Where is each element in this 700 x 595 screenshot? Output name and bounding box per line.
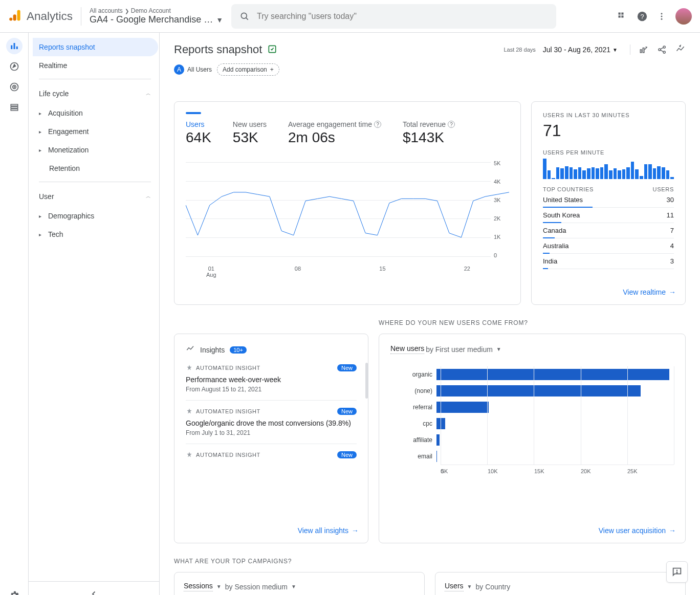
caret-down-icon: ▼: [291, 584, 296, 589]
svg-rect-8: [621, 15, 623, 17]
rail-reports-icon[interactable]: [6, 38, 23, 54]
share-icon[interactable]: [657, 45, 667, 55]
sidebar-item-acquisition[interactable]: ▸Acquisition: [29, 104, 159, 122]
avatar[interactable]: [675, 8, 692, 25]
rail-explore-icon[interactable]: [6, 58, 23, 75]
caret-right-icon: ▸: [39, 147, 43, 153]
metric-avg-engagement[interactable]: Average engagement time ? 2m 06s: [288, 120, 381, 146]
insight-item[interactable]: AUTOMATED INSIGHTNewPerformance week-ove…: [186, 357, 357, 401]
svg-line-4: [246, 17, 248, 19]
sidebar-item-reports-snapshot[interactable]: Reports snapshot: [33, 38, 158, 56]
svg-point-2: [9, 17, 12, 20]
segment-all-users[interactable]: A All Users: [174, 64, 212, 75]
sidebar-item-retention[interactable]: Retention: [29, 159, 159, 178]
sessions-dimension-selector[interactable]: Sessions ▼ by Session medium ▼: [184, 582, 415, 591]
country-row[interactable]: Australia4: [543, 238, 674, 254]
acquisition-dimension-selector[interactable]: New users by First user medium ▼: [390, 344, 674, 354]
users-per-minute-chart: [543, 159, 674, 179]
users-line-chart: 5K4K3K2K1K0 01Aug081522: [186, 160, 509, 268]
sidebar-item-demographics[interactable]: ▸Demographics: [29, 207, 159, 225]
scrollbar[interactable]: [365, 363, 368, 399]
feedback-button[interactable]: [666, 561, 688, 583]
help-icon[interactable]: ?: [448, 121, 455, 128]
view-user-acquisition-link[interactable]: View user acquisition →: [599, 526, 676, 535]
more-vert-icon[interactable]: [657, 12, 666, 21]
svg-point-20: [14, 86, 15, 87]
insights-icon[interactable]: [675, 45, 686, 55]
realtime-heading: USERS IN LAST 30 MINUTES: [543, 112, 674, 118]
realtime-count: 71: [543, 121, 674, 140]
caret-down-icon: ▼: [216, 16, 223, 24]
acquisition-card: New users by First user medium ▼ organic…: [379, 334, 686, 543]
plus-icon: +: [270, 66, 274, 73]
apps-icon[interactable]: [617, 11, 627, 21]
logo[interactable]: Analytics: [8, 8, 73, 24]
caret-down-icon: ▼: [467, 584, 472, 589]
svg-rect-6: [621, 12, 623, 14]
bar-row: affiliate: [390, 432, 674, 448]
property-selector[interactable]: All accounts ❯ Demo Account GA4 - Google…: [90, 7, 223, 25]
users-dimension-selector[interactable]: Users ▼ by Country: [445, 582, 676, 591]
divider: [81, 7, 81, 26]
metric-revenue[interactable]: Total revenue ? $143K: [403, 120, 455, 146]
bar-row: referral: [390, 399, 674, 415]
sidebar-item-realtime[interactable]: Realtime: [29, 56, 158, 75]
svg-rect-23: [11, 109, 18, 111]
view-realtime-link[interactable]: View realtime →: [623, 288, 676, 296]
search-input[interactable]: [257, 12, 548, 21]
svg-rect-14: [11, 46, 12, 50]
svg-rect-22: [11, 107, 18, 108]
date-range-picker[interactable]: Jul 30 - Aug 26, 2021▼: [543, 46, 618, 54]
insight-item[interactable]: AUTOMATED INSIGHTNew: [186, 444, 357, 458]
segment-label: All Users: [187, 66, 212, 73]
help-icon[interactable]: ?: [637, 11, 648, 22]
main-content: Reports snapshot Last 28 days Jul 30 - A…: [160, 33, 700, 595]
col-users: USERS: [653, 186, 674, 192]
svg-line-30: [661, 48, 664, 49]
sparkle-icon: [186, 344, 195, 355]
svg-point-12: [661, 15, 663, 17]
metric-users[interactable]: Users 64K: [186, 120, 211, 146]
sidebar-item-monetization[interactable]: ▸Monetization: [29, 141, 159, 159]
view-all-insights-link[interactable]: View all insights →: [298, 526, 359, 535]
search-bar: [231, 4, 556, 29]
customize-report-icon[interactable]: [267, 44, 277, 56]
sidebar-group-life-cycle[interactable]: Life cycle ︿: [29, 83, 159, 104]
country-row[interactable]: South Korea11: [543, 208, 674, 223]
divider: [39, 182, 151, 182]
rail-advertising-icon[interactable]: [6, 79, 23, 95]
svg-line-31: [661, 50, 664, 52]
bar-row: organic: [390, 366, 674, 383]
sidebar: Reports snapshot Realtime Life cycle ︿ ▸…: [29, 33, 160, 595]
rail-settings-icon[interactable]: [6, 587, 23, 595]
country-row[interactable]: Canada7: [543, 223, 674, 238]
metric-new-users[interactable]: New users 53K: [233, 120, 267, 146]
page-title: Reports snapshot: [174, 43, 262, 56]
help-icon[interactable]: ?: [374, 121, 381, 128]
country-row[interactable]: United States30: [543, 192, 674, 208]
bar-row: cpc: [390, 415, 674, 432]
insights-title: Insights: [200, 346, 225, 354]
svg-text:?: ?: [640, 12, 644, 20]
caret-down-icon: ▼: [496, 346, 501, 352]
sidebar-item-engagement[interactable]: ▸Engagement: [29, 122, 159, 141]
sidebar-item-tech[interactable]: ▸Tech: [29, 225, 159, 244]
country-row[interactable]: India3: [543, 254, 674, 269]
sidebar-collapse-button[interactable]: [29, 581, 159, 595]
insight-item[interactable]: AUTOMATED INSIGHTNewGoogle/organic drove…: [186, 401, 357, 444]
realtime-card: USERS IN LAST 30 MINUTES 71 USERS PER MI…: [531, 101, 686, 305]
sidebar-group-user[interactable]: User ︿: [29, 186, 159, 207]
property-name: GA4 - Google Merchandise …: [90, 14, 213, 25]
rail-configure-icon[interactable]: [6, 99, 23, 116]
insights-card: Insights 10+ AUTOMATED INSIGHTNewPerform…: [174, 334, 368, 543]
add-comparison-button[interactable]: Add comparison +: [217, 63, 279, 76]
section-question-campaigns: WHAT ARE YOUR TOP CAMPAIGNS?: [174, 558, 686, 565]
realtime-subheading: USERS PER MINUTE: [543, 149, 674, 156]
svg-rect-5: [619, 12, 621, 14]
sidebar-group-label: User: [39, 192, 54, 201]
arrow-right-icon: →: [669, 288, 676, 296]
svg-rect-26: [643, 48, 644, 53]
svg-rect-21: [11, 104, 18, 106]
search-icon: [239, 11, 250, 21]
edit-report-icon[interactable]: [639, 45, 649, 55]
